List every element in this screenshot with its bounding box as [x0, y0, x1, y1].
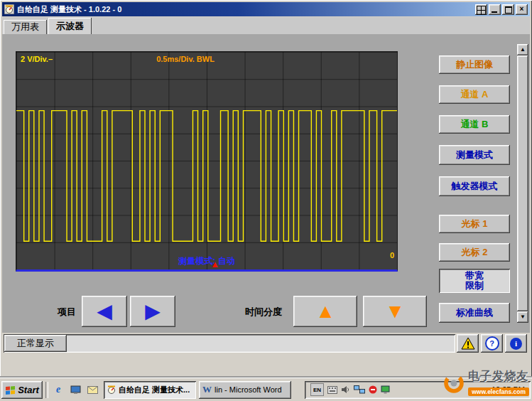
application-window: 自给自足 测量技术 - 1.0.22 - 0 × 万用表 示波器 2 V/Div… [0, 0, 532, 401]
status-icons: ? i [457, 334, 527, 353]
tab-strip: 万用表 示波器 [2, 17, 530, 34]
cursor-2-button[interactable]: 光标 2 [439, 243, 510, 262]
channel-a-button[interactable]: 通道 A [439, 85, 510, 104]
bandwidth-limit-button[interactable]: 带宽 限制 [439, 269, 510, 293]
channel-b-button[interactable]: 通道 B [439, 115, 510, 134]
zero-level-marker: 0 [390, 251, 394, 260]
status-row: 正常显示 ? i [2, 333, 530, 354]
task-button-measurement-app[interactable]: 自给自足 测量技术... [104, 381, 196, 399]
scroll-up-icon[interactable]: ▲ [517, 44, 528, 55]
down-arrow-icon: ▼ [385, 301, 405, 321]
waveform [16, 52, 397, 269]
minimize-button[interactable] [489, 4, 501, 15]
info-icon: i [510, 338, 522, 350]
antivirus-icon[interactable] [369, 385, 377, 394]
help-button[interactable]: ? [481, 334, 503, 353]
freeze-image-button[interactable]: 静止图像 [439, 55, 510, 74]
normal-display-button[interactable]: 正常显示 [4, 335, 67, 352]
measure-mode-readout: 测量模式: 自动 [16, 255, 397, 267]
side-button-column: 静止图像 通道 A 通道 B 测量模式 触发器模式 光标 1 光标 2 带宽 限… [439, 55, 510, 323]
close-button[interactable]: × [516, 4, 528, 15]
taskbar-separator [45, 382, 48, 398]
timebase-down-button[interactable]: ▼ [363, 296, 427, 327]
title-bar[interactable]: 自给自足 测量技术 - 1.0.22 - 0 × [2, 2, 530, 16]
time-division-label: 时间分度 [245, 306, 282, 319]
item-previous-button[interactable]: ◀ [82, 296, 127, 327]
info-button[interactable]: i [505, 334, 527, 353]
tab-multimeter-label: 万用表 [11, 21, 39, 33]
grid-window-button[interactable] [475, 4, 487, 15]
status-field: 正常显示 [4, 334, 455, 353]
timebase-up-button[interactable]: ▲ [293, 296, 357, 327]
warning-icon [461, 337, 475, 350]
word-icon: W [202, 384, 212, 395]
show-desktop-icon[interactable] [68, 383, 82, 397]
scroll-down-icon[interactable]: ▼ [517, 311, 528, 323]
trigger-mode-button[interactable]: 触发器模式 [439, 176, 510, 196]
app-icon [4, 4, 14, 14]
task-label: 自给自足 测量技术... [119, 385, 190, 395]
tab-oscilloscope[interactable]: 示波器 [48, 18, 92, 34]
time-per-div-label: 0.5ms/Div. BWL [16, 55, 354, 63]
right-arrow-icon: ▶ [145, 301, 161, 321]
cursor-1-button[interactable]: 光标 1 [439, 215, 510, 233]
clock: 12:25 PM [492, 385, 525, 394]
tab-oscilloscope-label: 示波器 [56, 20, 84, 33]
measure-mode-button[interactable]: 测量模式 [439, 145, 510, 165]
trigger-marker-icon: ▲ [210, 260, 219, 269]
item-next-button[interactable]: ▶ [130, 296, 175, 327]
app-task-icon [107, 385, 116, 394]
up-arrow-icon: ▲ [315, 301, 335, 321]
network-icon[interactable] [354, 385, 365, 394]
quick-launch: e [51, 383, 99, 397]
volume-icon[interactable] [341, 385, 350, 394]
scrollbar-thumb[interactable] [517, 55, 528, 311]
taskbar: Start e 自给自足 测量技术... W lin - Microsoft W… [0, 378, 532, 401]
windows-logo-icon [5, 385, 16, 395]
standard-curve-button[interactable]: 标准曲线 [439, 303, 510, 323]
system-tray: EN 12:25 PM [305, 381, 531, 399]
keyboard-icon[interactable] [327, 386, 337, 394]
task-button-word[interactable]: W lin - Microsoft Word [199, 381, 291, 399]
task-label: lin - Microsoft Word [215, 385, 282, 394]
left-arrow-icon: ◀ [97, 301, 112, 321]
item-label: 项目 [58, 306, 76, 319]
warning-button[interactable] [457, 334, 479, 353]
display-icon[interactable] [381, 385, 390, 394]
language-indicator[interactable]: EN [310, 383, 324, 396]
start-label: Start [18, 385, 39, 395]
scope-display: 2 V/Div.– 0.5ms/Div. BWL 测量模式: 自动 ▲ 0 [16, 51, 398, 272]
restore-button[interactable] [502, 4, 514, 15]
ie-icon[interactable]: e [51, 383, 65, 397]
start-button[interactable]: Start [1, 381, 43, 399]
vertical-scrollbar[interactable]: ▲ ▼ [517, 44, 528, 323]
oscilloscope-panel: 2 V/Div.– 0.5ms/Div. BWL 测量模式: 自动 ▲ 0 ▲ … [2, 34, 530, 333]
help-icon: ? [485, 336, 499, 351]
window-title: 自给自足 测量技术 - 1.0.22 - 0 [17, 4, 474, 15]
tab-multimeter[interactable]: 万用表 [4, 20, 47, 34]
outlook-icon[interactable] [85, 383, 99, 397]
